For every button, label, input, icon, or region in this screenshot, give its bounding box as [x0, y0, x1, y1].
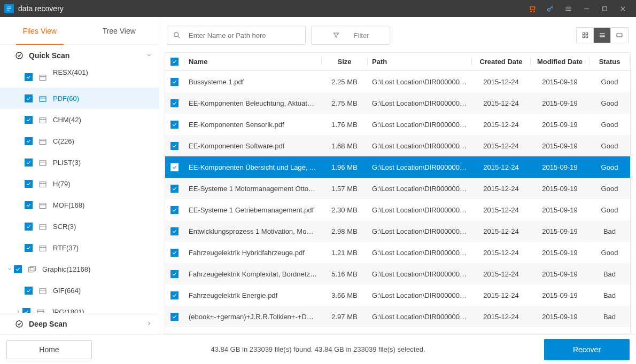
tab-files-view[interactable]: Files View	[0, 17, 80, 44]
recover-button[interactable]: Recover	[544, 339, 630, 360]
maximize-button[interactable]	[595, 0, 614, 17]
table-row[interactable]: EE-Systeme 1 Getriebemanagement.pdf2.30 …	[165, 199, 630, 220]
file-icon	[38, 201, 48, 209]
deep-scan-header[interactable]: Deep Scan	[0, 313, 159, 334]
table-row[interactable]: (ebook+-+german)+J.R.R.Tolkien+-+Der+Her…	[165, 306, 630, 327]
row-checkbox[interactable]	[170, 227, 179, 235]
cell-size: 2.97 MB	[322, 313, 368, 321]
select-all-checkbox[interactable]	[170, 58, 179, 66]
tree-label: C(226)	[53, 137, 74, 145]
key-icon[interactable]	[541, 0, 559, 17]
tree-label: PDF(60)	[53, 94, 79, 102]
cell-size: 2.75 MB	[322, 99, 368, 107]
menu-icon[interactable]	[559, 0, 577, 17]
home-button[interactable]: Home	[6, 340, 92, 359]
quick-scan-header[interactable]: Quick Scan	[0, 45, 159, 66]
table-row[interactable]: Entwicklungsprozess 1 Motivation, Module…	[165, 220, 630, 242]
search-input[interactable]	[189, 31, 300, 39]
tree-node[interactable]: JPG(1801)	[0, 301, 159, 313]
cell-path: G:\Lost Location\DIR00000000\El...	[368, 270, 472, 278]
tree-checkbox[interactable]	[22, 308, 30, 313]
row-checkbox[interactable]	[170, 142, 179, 150]
tree-checkbox[interactable]	[25, 287, 33, 295]
row-checkbox[interactable]	[170, 206, 179, 214]
close-button[interactable]	[614, 0, 632, 17]
svg-rect-21	[586, 33, 588, 35]
tree-node[interactable]: RESX(401)	[0, 66, 159, 88]
svg-point-0	[530, 11, 531, 12]
row-checkbox[interactable]	[170, 185, 179, 193]
col-size[interactable]: Size	[322, 58, 368, 66]
table-row[interactable]: Fahrzeugelektrik Hybridfahrzeuge.pdf1.21…	[165, 242, 630, 263]
results-table: Name Size Path Created Date Modified Dat…	[165, 52, 631, 334]
tree-checkbox[interactable]	[25, 244, 33, 252]
view-list-button[interactable]	[594, 28, 611, 43]
row-checkbox[interactable]	[170, 249, 179, 257]
chevron-right-icon[interactable]	[14, 309, 22, 313]
col-name[interactable]: Name	[184, 58, 322, 66]
file-type-tree[interactable]: RESX(401)PDF(60)CHM(42)C(226)PLIST(3)H(7…	[0, 66, 159, 313]
table-row[interactable]: Fahrzeugelektrik Energie.pdf3.66 MBG:\Lo…	[165, 284, 630, 306]
tree-checkbox[interactable]	[25, 180, 33, 188]
tree-node[interactable]: MOF(168)	[0, 194, 159, 216]
cell-size: 1.57 MB	[322, 185, 368, 193]
tree-node[interactable]: PDF(60)	[0, 88, 159, 109]
row-checkbox[interactable]	[170, 99, 179, 107]
table-row[interactable]: EE-Systeme 1 Motormanagement Ottomotor..…	[165, 178, 630, 199]
tree-checkbox[interactable]	[25, 73, 33, 81]
row-checkbox[interactable]	[170, 78, 179, 86]
tree-checkbox[interactable]	[14, 265, 22, 273]
view-grid-button[interactable]	[577, 28, 594, 43]
tree-checkbox[interactable]	[25, 116, 33, 124]
row-checkbox[interactable]	[170, 270, 179, 278]
row-checkbox[interactable]	[170, 313, 179, 321]
cell-status: Good	[590, 142, 630, 150]
tree-checkbox[interactable]	[25, 223, 33, 231]
cell-size: 3.66 MB	[322, 291, 368, 299]
cart-icon[interactable]	[523, 0, 541, 17]
row-checkbox[interactable]	[170, 291, 179, 299]
row-checkbox[interactable]	[170, 121, 179, 129]
chevron-down-icon[interactable]	[5, 266, 14, 272]
col-status[interactable]: Status	[590, 58, 630, 66]
title-bar: data recovery	[0, 0, 636, 17]
tree-node[interactable]: PLIST(3)	[0, 152, 159, 173]
svg-rect-20	[583, 33, 585, 35]
cell-size: 5.16 MB	[322, 270, 368, 278]
tree-node[interactable]: RTF(37)	[0, 237, 159, 258]
cell-modified: 2015-09-19	[531, 142, 590, 150]
view-preview-button[interactable]	[611, 28, 628, 43]
filter-button[interactable]: Filter	[311, 26, 390, 45]
filter-label: Filter	[354, 31, 369, 39]
tree-checkbox[interactable]	[25, 201, 33, 209]
col-modified[interactable]: Modified Date	[531, 58, 590, 66]
cell-status: Bad	[590, 227, 630, 235]
svg-point-19	[174, 33, 179, 37]
tree-checkbox[interactable]	[25, 137, 33, 145]
row-checkbox[interactable]	[170, 163, 179, 171]
table-row[interactable]: EE-Komponenten Beleuchtung, Aktuatorik, …	[165, 92, 630, 114]
minimize-button[interactable]	[577, 0, 595, 17]
status-text: 43.84 GB in 233039 file(s) found. 43.84 …	[92, 345, 544, 353]
tree-checkbox[interactable]	[25, 159, 33, 167]
cell-modified: 2015-09-19	[531, 99, 590, 107]
tree-node[interactable]: SCR(3)	[0, 216, 159, 237]
tree-node[interactable]: GIF(664)	[0, 280, 159, 301]
search-box[interactable]	[167, 26, 306, 45]
table-row[interactable]: Fahrzeugelektrik Komplexität, Bordnetze.…	[165, 263, 630, 284]
table-row[interactable]: EE-Komponenten Sensorik.pdf1.76 MBG:\Los…	[165, 114, 630, 135]
table-row[interactable]: EE-Komponenten Übersicht und Lage, Anfor…	[165, 156, 630, 178]
col-path[interactable]: Path	[368, 58, 472, 66]
tree-node[interactable]: Graphic(12168)	[0, 258, 159, 280]
tab-tree-view[interactable]: Tree View	[80, 17, 159, 44]
table-row[interactable]: Bussysteme 1.pdf2.25 MBG:\Lost Location\…	[165, 71, 630, 92]
tree-node[interactable]: H(79)	[0, 173, 159, 194]
tree-node[interactable]: CHM(42)	[0, 109, 159, 130]
svg-point-1	[533, 11, 534, 12]
table-row[interactable]: EE-Komponenten Software.pdf1.68 MBG:\Los…	[165, 135, 630, 156]
table-body[interactable]: Bussysteme 1.pdf2.25 MBG:\Lost Location\…	[165, 71, 630, 334]
cell-size: 2.30 MB	[322, 206, 368, 214]
tree-node[interactable]: C(226)	[0, 130, 159, 152]
tree-checkbox[interactable]	[25, 94, 33, 102]
col-created[interactable]: Created Date	[472, 58, 531, 66]
